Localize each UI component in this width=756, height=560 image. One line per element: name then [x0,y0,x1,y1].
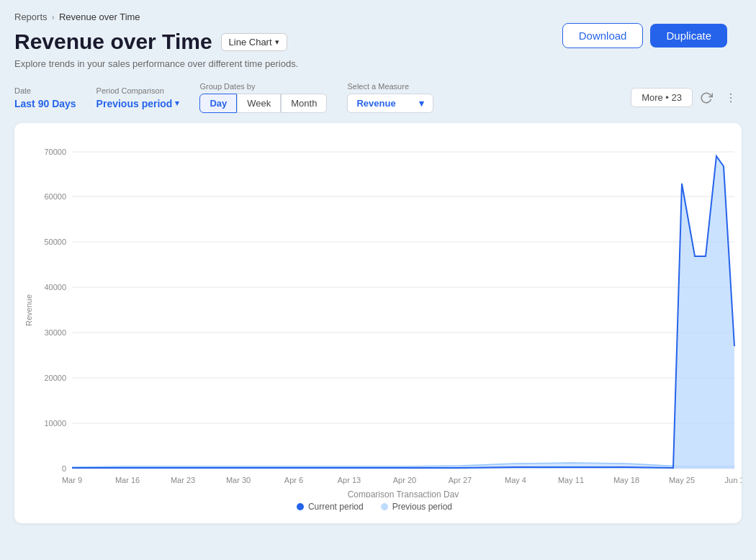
svg-text:Comparison Transaction Day: Comparison Transaction Day [348,489,459,497]
header-actions: Download Duplicate [562,23,727,48]
legend-current-dot [297,503,304,510]
svg-text:Mar 16: Mar 16 [115,476,140,484]
more-badge-button[interactable]: More • 23 [631,88,693,107]
group-day-button[interactable]: Day [199,94,237,113]
svg-text:May 4: May 4 [505,476,526,484]
measure-chevron-icon: ▾ [419,98,424,109]
svg-text:50000: 50000 [44,238,66,246]
chart-container: 0 10000 20000 30000 40000 50000 60000 70… [14,123,742,523]
kebab-menu-icon [724,91,737,104]
svg-text:Mar 30: Mar 30 [226,476,251,484]
period-chevron-icon: ▾ [175,99,179,108]
breadcrumb-separator: › [52,12,55,22]
period-filter-label: Period Comparison [96,86,180,95]
refresh-icon [700,91,713,104]
legend-previous-label: Previous period [392,502,452,512]
svg-text:Apr 6: Apr 6 [284,476,303,484]
filters-right: More • 23 [624,88,742,107]
date-filter-value[interactable]: Last 90 Days [14,98,76,109]
refresh-button[interactable] [696,89,717,107]
svg-point-1 [730,96,732,98]
date-filter-group: Date Last 90 Days [14,86,76,109]
legend-previous-dot [381,503,388,510]
period-filter-group: Period Comparison Previous period ▾ [96,86,180,109]
breadcrumb-parent[interactable]: Reports [14,12,48,22]
svg-text:May 25: May 25 [669,476,695,484]
svg-text:10000: 10000 [44,419,66,428]
chevron-down-icon: ▾ [275,37,279,47]
breadcrumb-current: Revenue over Time [59,12,140,22]
duplicate-button[interactable]: Duplicate [650,24,727,48]
svg-text:Revenue: Revenue [24,294,33,326]
svg-text:30000: 30000 [44,328,66,337]
more-options-button[interactable] [720,89,742,107]
group-month-button[interactable]: Month [281,94,327,113]
period-filter-select[interactable]: Previous period ▾ [96,98,180,109]
chart-legend: Current period Previous period [22,502,727,512]
download-button[interactable]: Download [562,23,644,48]
group-dates-buttons: Day Week Month [199,94,327,113]
measure-filter-label: Select a Measure [347,82,433,91]
measure-filter-group: Select a Measure Revenue ▾ [347,82,433,113]
svg-text:May 18: May 18 [613,476,639,484]
svg-text:60000: 60000 [44,192,66,201]
page-subtitle: Explore trends in your sales performance… [14,58,742,69]
svg-point-2 [730,101,732,102]
measure-select[interactable]: Revenue ▾ [347,94,433,113]
chart-type-selector[interactable]: Line Chart ▾ [221,33,287,51]
svg-text:Apr 13: Apr 13 [338,476,361,484]
legend-current: Current period [297,502,364,512]
svg-text:Apr 27: Apr 27 [449,476,472,484]
svg-text:40000: 40000 [44,283,66,292]
group-week-button[interactable]: Week [237,94,281,113]
svg-text:Jun 1: Jun 1 [725,476,742,484]
svg-text:70000: 70000 [44,148,66,156]
filters-bar: Date Last 90 Days Period Comparison Prev… [14,82,742,113]
legend-previous: Previous period [381,502,452,512]
svg-text:Apr 20: Apr 20 [393,476,416,484]
group-dates-label: Group Dates by [199,82,327,91]
svg-text:20000: 20000 [44,374,66,382]
period-filter-value: Previous period [96,98,173,109]
revenue-chart: 0 10000 20000 30000 40000 50000 60000 70… [22,137,742,497]
svg-point-0 [730,93,732,94]
breadcrumb: Reports › Revenue over Time [14,12,742,22]
svg-text:May 11: May 11 [558,476,584,484]
measure-value: Revenue [356,98,395,109]
page-title: Revenue over Time [14,30,212,54]
date-filter-label: Date [14,86,76,95]
svg-text:0: 0 [62,464,66,473]
group-dates-filter-group: Group Dates by Day Week Month [199,82,327,113]
svg-text:Mar 23: Mar 23 [171,476,195,484]
svg-text:Mar 9: Mar 9 [62,476,82,484]
chart-type-label: Line Chart [229,37,272,48]
legend-current-label: Current period [308,502,364,512]
